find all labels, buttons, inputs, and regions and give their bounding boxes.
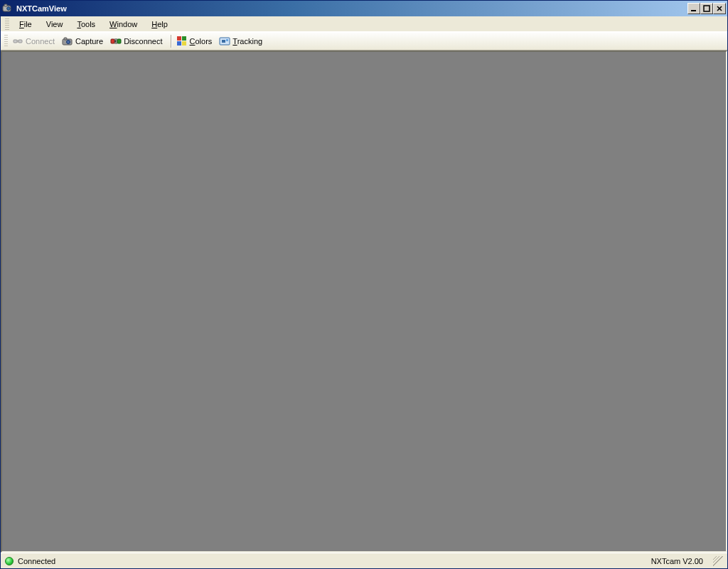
svg-rect-5	[14, 40, 17, 43]
capture-button[interactable]: Capture	[60, 33, 108, 49]
svg-point-10	[66, 41, 70, 44]
disconnect-icon	[110, 36, 122, 47]
svg-rect-16	[177, 41, 181, 46]
resize-grip-icon[interactable]	[713, 556, 723, 566]
status-version: NXTcam V2.00	[651, 557, 703, 565]
svg-point-1	[7, 7, 11, 11]
svg-rect-13	[117, 39, 121, 43]
tracking-button[interactable]: Tracking	[217, 33, 267, 49]
colors-button[interactable]: Colors	[174, 33, 218, 49]
plug-icon	[12, 36, 23, 47]
palette-icon	[176, 36, 188, 47]
connect-button[interactable]: Connect	[10, 33, 60, 49]
maximize-button[interactable]	[700, 3, 713, 14]
disconnect-label: Disconnect	[124, 37, 162, 46]
svg-rect-15	[182, 36, 186, 41]
minimize-button[interactable]	[687, 3, 700, 14]
menu-view[interactable]: View	[39, 18, 70, 31]
toolbar-grip-icon	[4, 35, 8, 48]
mdi-workspace	[1, 50, 727, 553]
svg-rect-2	[4, 4, 7, 6]
svg-rect-19	[222, 40, 225, 43]
toolbar-separator	[171, 35, 171, 48]
connect-label: Connect	[26, 37, 55, 46]
menubar-grip-icon	[5, 18, 9, 30]
svg-rect-17	[182, 41, 186, 46]
svg-rect-6	[18, 40, 22, 43]
window-title: NXTCamView	[16, 4, 687, 13]
status-indicator-icon	[5, 557, 14, 565]
app-window: NXTCamView File View Tools Window Help	[0, 0, 728, 569]
svg-rect-20	[226, 39, 228, 41]
menu-window[interactable]: Window	[102, 18, 144, 31]
window-controls	[687, 3, 726, 14]
disconnect-button[interactable]: Disconnect	[108, 33, 167, 49]
camera-icon	[62, 36, 73, 47]
status-connection: Connected	[18, 557, 55, 565]
svg-rect-12	[111, 39, 114, 43]
statusbar: Connected NXTcam V2.00	[1, 553, 727, 568]
menu-tools[interactable]: Tools	[70, 18, 102, 31]
svg-rect-3	[691, 10, 696, 11]
svg-rect-14	[177, 36, 181, 41]
tracking-label: Tracking	[232, 37, 262, 46]
menu-help[interactable]: Help	[144, 18, 175, 31]
capture-label: Capture	[75, 37, 103, 46]
colors-label: Colors	[190, 37, 213, 46]
svg-rect-4	[704, 6, 710, 11]
menubar: File View Tools Window Help	[1, 16, 727, 32]
menu-file[interactable]: File	[12, 18, 39, 31]
app-icon	[2, 3, 14, 14]
toolbar: Connect Capture Disconnec	[1, 32, 727, 50]
titlebar[interactable]: NXTCamView	[1, 1, 727, 16]
tracking-icon	[219, 36, 230, 47]
svg-rect-11	[64, 38, 67, 40]
close-button[interactable]	[713, 3, 726, 14]
